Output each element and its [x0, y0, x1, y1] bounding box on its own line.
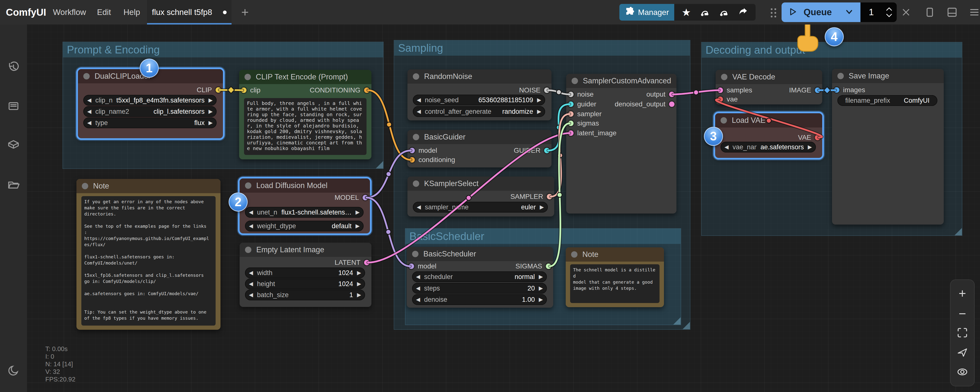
widget-type[interactable]: ◀typeflux▶ [83, 118, 216, 128]
widget-next-icon[interactable]: ▶ [540, 204, 544, 210]
widget-next-icon[interactable]: ▶ [357, 281, 361, 287]
input-port-clip[interactable]: clip [241, 85, 261, 95]
input-port-model[interactable]: model [409, 261, 436, 271]
port-dot-icon[interactable] [568, 131, 574, 136]
widget-prev-icon[interactable]: ◀ [249, 292, 253, 298]
output-port-guider[interactable]: GUIDER [514, 146, 549, 155]
node-header[interactable]: Save Image [832, 69, 944, 83]
node-load-diffusion-model[interactable]: Load Diffusion ModelMODEL◀unet_nameflux1… [240, 178, 370, 233]
node-header[interactable]: CLIP Text Encode (Prompt) [239, 70, 371, 84]
collapse-dot-icon[interactable] [721, 74, 727, 80]
prompt-text-area[interactable]: Full body, three angels , in a full whit… [244, 98, 366, 155]
group-resize-handle[interactable] [955, 228, 962, 235]
node-canvas[interactable]: Prompt & EncodingSamplingBasicSchedulerD… [0, 0, 980, 392]
widget-batch-size[interactable]: ◀batch_size1▶ [245, 290, 365, 300]
queue-button[interactable]: Queue [781, 2, 861, 22]
drag-handle-icon[interactable] [770, 7, 777, 18]
widget-prev-icon[interactable]: ◀ [249, 223, 253, 229]
zoom-in-icon[interactable]: + [959, 287, 966, 300]
input-port-vae[interactable]: vae [718, 94, 738, 104]
widget-next-icon[interactable]: ▶ [539, 285, 543, 292]
output-port-sigmas[interactable]: SIGMAS [515, 261, 551, 271]
input-port-images[interactable]: images [834, 85, 865, 95]
output-port-denoised-output[interactable]: denoised_output [615, 99, 675, 109]
output-port-latent[interactable]: LATENT [335, 258, 369, 268]
log-icon[interactable] [6, 99, 20, 113]
workflows-folder-icon[interactable] [6, 178, 20, 192]
widget-width[interactable]: ◀width1024▶ [245, 268, 365, 278]
input-port-guider[interactable]: guider [568, 99, 596, 109]
notification-icon[interactable] [699, 6, 710, 18]
node-header[interactable]: Empty Latent Image [240, 243, 371, 257]
port-dot-icon[interactable] [568, 102, 574, 107]
group-resize-handle[interactable] [673, 317, 681, 325]
output-port-image[interactable]: IMAGE [789, 85, 820, 95]
node-dualcliploader[interactable]: DualCLIPLoaderCLIP◀clip_name1t5xxl_fp8_e… [78, 69, 223, 138]
collapse-dot-icon[interactable] [571, 251, 578, 258]
port-dot-icon[interactable] [409, 263, 414, 269]
port-dot-icon[interactable] [568, 111, 574, 117]
theme-moon-icon[interactable] [6, 364, 20, 378]
navigate-icon[interactable] [957, 346, 968, 359]
widget-prev-icon[interactable]: ◀ [416, 285, 420, 292]
widget-clip-name2[interactable]: ◀clip_name2clip_l.safetensors▶ [83, 106, 216, 117]
widget-prev-icon[interactable]: ◀ [417, 97, 421, 103]
port-dot-icon[interactable] [409, 148, 415, 153]
node-library-icon[interactable] [6, 138, 20, 151]
widget-next-icon[interactable]: ▶ [357, 292, 361, 298]
node-basicguider[interactable]: BasicGuidermodelconditioningGUIDER [407, 130, 552, 167]
port-dot-icon[interactable] [544, 88, 549, 93]
queue-options-chevron-icon[interactable] [844, 7, 854, 18]
widget-prev-icon[interactable]: ◀ [249, 281, 253, 287]
output-port-clip[interactable]: CLIP [197, 85, 221, 95]
collapse-dot-icon[interactable] [245, 182, 251, 189]
widget-next-icon[interactable]: ▶ [808, 144, 812, 150]
node-randomnoise[interactable]: RandomNoiseNOISE◀noise_seed6536028811851… [407, 69, 552, 120]
history-icon[interactable] [6, 61, 20, 74]
note-text-area[interactable]: The schnell model is a distilled model t… [570, 264, 660, 303]
node-save-image[interactable]: Save Imageimagesfilename_prefixComfyUI [832, 69, 944, 225]
port-dot-icon[interactable] [669, 102, 675, 107]
node-header[interactable]: Note [566, 247, 664, 261]
widget-sampler-name[interactable]: ◀sampler_nameeuler▶ [413, 202, 548, 212]
group-title[interactable]: Sampling [394, 40, 690, 56]
widget-denoise[interactable]: ◀denoise1.00▶ [412, 294, 547, 305]
collapse-dot-icon[interactable] [837, 73, 844, 79]
widget-vae-name[interactable]: ◀vae_nameae.safetensors▶ [721, 142, 816, 153]
port-dot-icon[interactable] [718, 97, 723, 102]
port-dot-icon[interactable] [568, 121, 574, 126]
port-dot-icon[interactable] [815, 88, 820, 93]
node-note[interactable]: NoteIf you get an error in any of the no… [76, 179, 221, 330]
node-clip-text-encode-prompt[interactable]: CLIP Text Encode (Prompt)clipCONDITIONIN… [239, 70, 371, 159]
output-port-noise[interactable]: NOISE [519, 85, 549, 95]
input-port-model[interactable]: model [409, 146, 437, 155]
output-port-sampler[interactable]: SAMPLER [510, 192, 552, 201]
port-dot-icon[interactable] [409, 157, 415, 163]
widget-steps[interactable]: ◀steps20▶ [412, 283, 547, 294]
batch-count-stepper[interactable]: 1 [861, 2, 897, 22]
widget-control-after-generate[interactable]: ◀control_after_generaterandomize▶ [413, 106, 545, 117]
widget-next-icon[interactable]: ▶ [208, 97, 213, 104]
stepper-down-icon[interactable] [886, 13, 892, 18]
node-empty-latent-image[interactable]: Empty Latent ImageLATENT◀width1024▶◀heig… [240, 243, 371, 307]
node-note[interactable]: NoteThe schnell model is a distilled mod… [566, 247, 664, 307]
widget-weight-dtype[interactable]: ◀weight_dtypedefault▶ [245, 221, 364, 231]
widget-height[interactable]: ◀height1024▶ [245, 279, 365, 289]
port-dot-icon[interactable] [815, 135, 820, 140]
collapse-dot-icon[interactable] [413, 73, 419, 80]
widget-next-icon[interactable]: ▶ [355, 209, 360, 215]
port-dot-icon[interactable] [718, 88, 723, 93]
node-header[interactable]: BasicScheduler [407, 247, 553, 261]
node-header[interactable]: BasicGuider [407, 130, 552, 144]
collapse-dot-icon[interactable] [412, 251, 418, 257]
node-header[interactable]: VAE Decode [716, 70, 822, 84]
node-load-vae[interactable]: Load VAEVAE◀vae_nameae.safetensors▶ [715, 113, 822, 158]
port-dot-icon[interactable] [364, 88, 369, 93]
collapse-dot-icon[interactable] [721, 117, 727, 124]
note-text-area[interactable]: If you get an error in any of the nodes … [81, 196, 216, 325]
collapse-dot-icon[interactable] [571, 78, 578, 84]
widget-filename-prefix[interactable]: filename_prefixComfyUI [837, 95, 937, 106]
port-dot-icon[interactable] [568, 92, 574, 97]
collapse-dot-icon[interactable] [245, 247, 251, 253]
collapse-dot-icon[interactable] [413, 180, 419, 187]
